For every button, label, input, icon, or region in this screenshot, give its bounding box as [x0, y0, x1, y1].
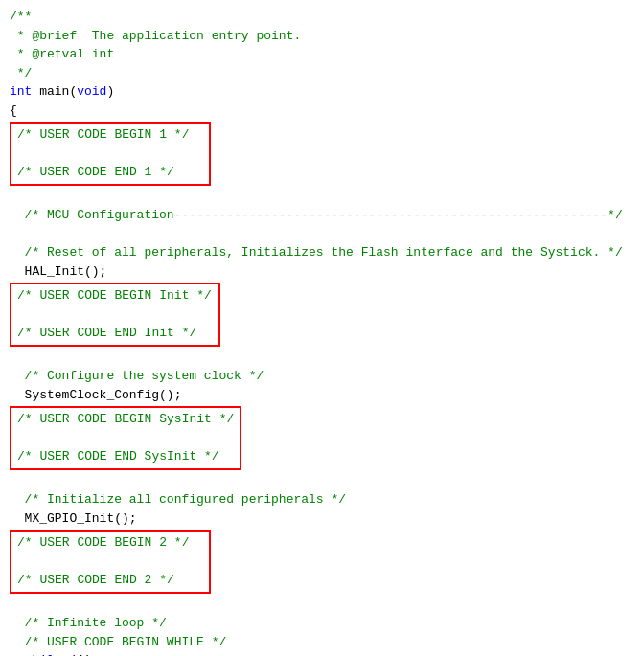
code-line: /** — [10, 8, 634, 27]
code-line — [10, 225, 634, 244]
code-line: * @retval int — [10, 45, 634, 64]
code-line: /* USER CODE END Init */ — [17, 324, 213, 343]
code-line — [10, 596, 634, 615]
code-line — [17, 145, 203, 164]
code-line: while (1) — [10, 651, 634, 656]
code-line: /* Reset of all peripherals, Initializes… — [10, 243, 634, 262]
code-line — [10, 472, 634, 491]
user-code-box-init: /* USER CODE BEGIN Init */ /* USER CODE … — [10, 283, 220, 347]
code-line — [17, 553, 203, 572]
code-line — [17, 305, 213, 325]
code-line: /* USER CODE END 2 */ — [17, 571, 203, 590]
code-line — [10, 188, 634, 207]
code-line: /* USER CODE BEGIN 2 */ — [17, 533, 203, 553]
code-line: /* USER CODE END 1 */ — [17, 163, 203, 182]
user-code-box-sysinit: /* USER CODE BEGIN SysInit */ /* USER CO… — [10, 406, 242, 470]
code-line: SystemClock_Config(); — [10, 386, 634, 405]
code-line: /* Configure the system clock */ — [10, 367, 634, 386]
user-code-box-2: /* USER CODE BEGIN 2 */ /* USER CODE END… — [10, 530, 211, 594]
code-line: /* USER CODE BEGIN SysInit */ — [17, 410, 234, 429]
code-line: */ — [10, 64, 634, 83]
code-container: /** * @brief The application entry point… — [10, 8, 634, 656]
code-line — [10, 349, 634, 368]
code-line: int main(void) — [10, 82, 634, 102]
code-line: /* USER CODE BEGIN WHILE */ — [10, 633, 634, 652]
code-line: /* USER CODE END SysInit */ — [17, 447, 234, 466]
code-line: { — [10, 102, 634, 121]
code-line: /* Initialize all configured peripherals… — [10, 490, 634, 509]
code-line: * @brief The application entry point. — [10, 27, 634, 46]
code-line: HAL_Init(); — [10, 262, 634, 282]
code-line: /* USER CODE BEGIN 1 */ — [17, 125, 203, 145]
code-line: MX_GPIO_Init(); — [10, 509, 634, 529]
code-line: /* Infinite loop */ — [10, 614, 634, 633]
user-code-box-1: /* USER CODE BEGIN 1 */ /* USER CODE END… — [10, 122, 211, 186]
code-line: /* USER CODE BEGIN Init */ — [17, 286, 213, 305]
code-line — [17, 429, 234, 448]
code-line: /* MCU Configuration--------------------… — [10, 206, 634, 225]
